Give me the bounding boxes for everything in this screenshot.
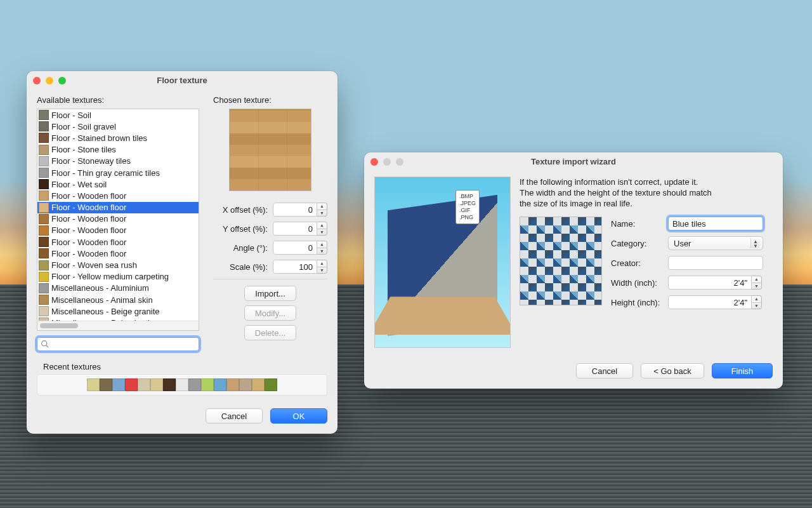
close-icon[interactable] xyxy=(370,158,378,166)
name-label: Name: xyxy=(611,219,668,229)
minimize-icon[interactable] xyxy=(46,77,53,84)
stepper-icon[interactable]: ▲▼ xyxy=(317,241,327,255)
texture-name: Floor - Wooden floor xyxy=(51,191,126,201)
titlebar[interactable]: Texture import wizard xyxy=(364,152,783,171)
scale-label: Scale (%): xyxy=(213,262,268,272)
texture-name: Floor - Stained brown tiles xyxy=(51,133,147,143)
svg-point-0 xyxy=(42,341,47,346)
recent-texture-swatch[interactable] xyxy=(239,378,252,391)
titlebar[interactable]: Floor texture xyxy=(27,71,337,90)
texture-name: Miscellaneous - Beige granite xyxy=(51,307,160,316)
minimize-icon xyxy=(383,158,391,166)
texture-list-item[interactable]: Floor - Wooden floor xyxy=(37,225,199,236)
recent-texture-swatch[interactable] xyxy=(163,378,176,391)
cancel-button[interactable]: Cancel xyxy=(576,363,633,378)
ok-button[interactable]: OK xyxy=(270,408,327,424)
texture-list-item[interactable]: Miscellaneous - Beige granite xyxy=(37,305,199,317)
texture-list-item[interactable]: Floor - Wooden floor xyxy=(37,202,199,213)
texture-swatch-icon xyxy=(39,156,49,166)
import-button[interactable]: Import... xyxy=(244,286,296,301)
texture-swatch-icon xyxy=(39,121,49,131)
name-field[interactable]: Blue tiles xyxy=(668,217,763,231)
texture-list-item[interactable]: Floor - Wooden floor xyxy=(37,190,199,201)
texture-list-item[interactable]: Floor - Stained brown tiles xyxy=(37,132,199,144)
texture-list-item[interactable]: Floor - Yellow medium carpeting xyxy=(37,271,199,283)
recent-texture-swatch[interactable] xyxy=(214,378,226,391)
category-select[interactable]: User▲▼ xyxy=(668,236,763,250)
texture-list-item[interactable]: Floor - Stoneway tiles xyxy=(37,156,199,167)
texture-list-item[interactable]: Floor - Soil xyxy=(37,109,199,121)
texture-list-item[interactable]: Floor - Woven sea rush xyxy=(37,259,199,271)
texture-name: Floor - Wooden floor xyxy=(51,249,126,258)
recent-texture-swatch[interactable] xyxy=(265,378,277,391)
texture-swatch-icon xyxy=(39,225,49,236)
texture-list-item[interactable]: Floor - Soil gravel xyxy=(37,121,199,132)
height-field[interactable]: 2'4"▲▼ xyxy=(668,295,762,309)
texture-list[interactable]: Floor - SoilFloor - Soil gravelFloor - S… xyxy=(37,109,199,331)
scrollbar-horizontal[interactable] xyxy=(37,321,199,330)
texture-name: Floor - Woven sea rush xyxy=(51,260,137,270)
recent-texture-swatch[interactable] xyxy=(138,378,150,391)
recent-texture-swatch[interactable] xyxy=(188,378,201,391)
close-icon[interactable] xyxy=(33,77,41,84)
texture-swatch-icon xyxy=(39,133,49,143)
stepper-icon[interactable]: ▲▼ xyxy=(752,276,762,290)
recent-texture-swatch[interactable] xyxy=(226,378,239,391)
recent-texture-swatch[interactable] xyxy=(176,378,188,391)
x-offset-field[interactable]: 0▲▼ xyxy=(273,203,327,217)
texture-list-item[interactable]: Floor - Wet soil xyxy=(37,178,199,190)
formats-label: .BMP .JPEG .GIF .PNG xyxy=(455,190,480,224)
texture-name: Floor - Soil gravel xyxy=(51,122,116,131)
texture-list-item[interactable]: Miscellaneous - Aluminium xyxy=(37,283,199,294)
texture-name: Floor - Thin gray ceramic tiles xyxy=(51,168,160,178)
texture-name: Floor - Wooden floor xyxy=(51,214,126,224)
texture-list-item[interactable]: Floor - Wooden floor xyxy=(37,213,199,225)
texture-swatch-icon xyxy=(39,168,49,178)
texture-swatch-icon xyxy=(39,237,49,247)
texture-swatch-icon xyxy=(39,145,49,155)
chosen-texture-label: Chosen texture: xyxy=(213,95,327,105)
texture-list-item[interactable]: Floor - Stone tiles xyxy=(37,144,199,156)
texture-name: Floor - Yellow medium carpeting xyxy=(51,272,169,281)
svg-line-1 xyxy=(46,345,48,347)
go-back-button[interactable]: < Go back xyxy=(641,363,704,378)
texture-name: Floor - Wet soil xyxy=(51,180,107,189)
texture-import-wizard-dialog: Texture import wizard .BMP .JPEG .GIF .P… xyxy=(364,152,783,389)
category-label: Category: xyxy=(611,239,668,248)
creator-field[interactable] xyxy=(668,256,763,270)
recent-texture-swatch[interactable] xyxy=(150,378,163,391)
texture-list-item[interactable]: Miscellaneous - Animal skin xyxy=(37,294,199,305)
texture-name: Floor - Wooden floor xyxy=(51,225,126,235)
search-input[interactable] xyxy=(37,337,199,351)
angle-field[interactable]: 0▲▼ xyxy=(273,241,327,255)
finish-button[interactable]: Finish xyxy=(712,363,773,378)
stepper-icon[interactable]: ▲▼ xyxy=(752,295,762,309)
recent-texture-swatch[interactable] xyxy=(201,378,214,391)
recent-texture-swatch[interactable] xyxy=(125,378,138,391)
delete-button[interactable]: Delete... xyxy=(244,325,296,340)
texture-list-item[interactable]: Floor - Thin gray ceramic tiles xyxy=(37,167,199,178)
stepper-icon[interactable]: ▲▼ xyxy=(317,203,327,217)
height-label: Height (inch): xyxy=(611,298,668,307)
wizard-illustration: .BMP .JPEG .GIF .PNG xyxy=(374,177,511,348)
recent-textures-label: Recent textures xyxy=(43,362,101,371)
texture-name: Floor - Stoneway tiles xyxy=(51,156,131,166)
modify-button[interactable]: Modify... xyxy=(244,305,296,321)
cancel-button[interactable]: Cancel xyxy=(206,408,263,424)
zoom-icon xyxy=(396,158,403,166)
recent-texture-swatch[interactable] xyxy=(100,378,112,391)
texture-list-item[interactable]: Floor - Wooden floor xyxy=(37,236,199,248)
texture-list-item[interactable]: Floor - Wooden floor xyxy=(37,248,199,259)
texture-swatch-icon xyxy=(39,295,49,305)
stepper-icon[interactable]: ▲▼ xyxy=(317,222,327,236)
info-text: the size of its image in real life. xyxy=(520,198,773,209)
zoom-icon[interactable] xyxy=(58,77,66,84)
y-offset-field[interactable]: 0▲▼ xyxy=(273,222,327,236)
recent-texture-swatch[interactable] xyxy=(252,378,265,391)
recent-texture-swatch[interactable] xyxy=(87,378,100,391)
scale-field[interactable]: 100▲▼ xyxy=(273,260,327,274)
stepper-icon[interactable]: ▲▼ xyxy=(317,260,327,274)
width-label: Width (inch): xyxy=(611,278,668,288)
width-field[interactable]: 2'4"▲▼ xyxy=(668,276,762,290)
recent-texture-swatch[interactable] xyxy=(112,378,125,391)
